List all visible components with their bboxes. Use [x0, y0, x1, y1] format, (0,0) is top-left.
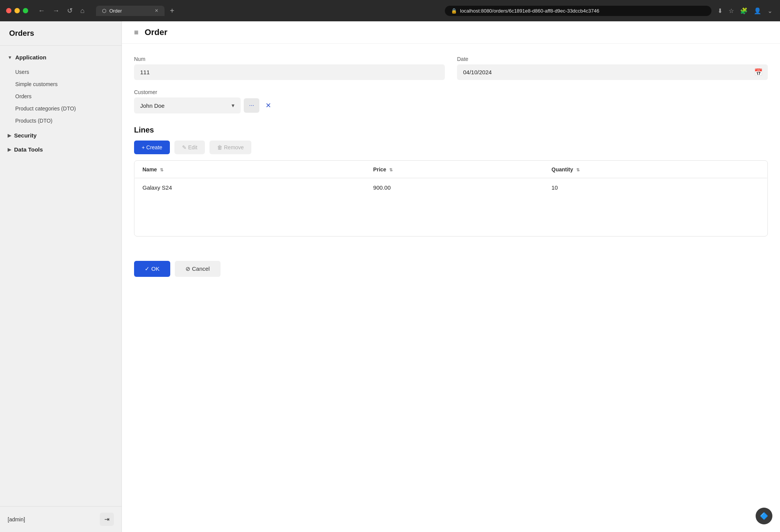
sidebar-item-products[interactable]: Products (DTO): [0, 115, 121, 127]
hamburger-button[interactable]: ≡: [134, 28, 139, 37]
application-section-items: Users Simple customers Orders Product ca…: [0, 64, 121, 128]
main-content: ≡ Order Num Date 📅: [122, 21, 780, 532]
home-button[interactable]: ⌂: [78, 5, 87, 16]
edit-button[interactable]: ✎ Edit: [174, 141, 205, 154]
download-button[interactable]: ⬇: [716, 6, 724, 16]
create-button[interactable]: + Create: [134, 141, 170, 154]
lines-section-title: Lines: [134, 126, 768, 134]
name-sort-icon: ⇅: [160, 168, 163, 172]
row-quantity: 10: [544, 178, 767, 197]
profile-button[interactable]: 👤: [752, 6, 763, 16]
sidebar-section-security[interactable]: ▶ Security: [0, 128, 121, 142]
tab-bar: ⬡ Order ✕ +: [96, 6, 436, 16]
application-chevron-icon: ▼: [8, 55, 12, 60]
ok-button[interactable]: ✓ OK: [134, 261, 170, 277]
quantity-sort-icon: ⇅: [576, 168, 580, 172]
application-section-label: Application: [15, 54, 46, 61]
col-name-header[interactable]: Name ⇅: [135, 161, 366, 178]
cancel-button[interactable]: ⊘ Cancel: [175, 261, 221, 277]
lines-toolbar: + Create ✎ Edit 🗑 Remove: [134, 141, 768, 154]
col-quantity-header[interactable]: Quantity ⇅: [544, 161, 767, 178]
form-area: Num Date 📅 Customer John: [122, 44, 780, 261]
browser-nav: ← → ↺ ⌂: [36, 5, 87, 16]
action-bar: ✓ OK ⊘ Cancel: [122, 261, 780, 289]
num-date-row: Num Date 📅: [134, 56, 768, 80]
lines-table: Name ⇅ Price ⇅ Quantity ⇅: [134, 161, 767, 197]
active-tab[interactable]: ⬡ Order ✕: [96, 6, 165, 16]
sidebar-section-data-tools[interactable]: ▶ Data Tools: [0, 142, 121, 157]
sidebar-item-product-categories[interactable]: Product categories (DTO): [0, 102, 121, 115]
page-title: Order: [145, 27, 168, 37]
back-button[interactable]: ←: [36, 5, 47, 16]
date-input-wrapper: 📅: [457, 64, 768, 80]
sidebar-item-users[interactable]: Users: [0, 66, 121, 78]
customer-clear-button[interactable]: ✕: [262, 98, 274, 113]
sidebar: Orders ▼ Application Users Simple custom…: [0, 21, 122, 532]
customer-label: Customer: [134, 89, 274, 95]
col-price-label: Price: [373, 166, 386, 173]
customer-field: Customer John Doe ▾ ··· ✕: [134, 89, 274, 113]
maximize-traffic-light[interactable]: [23, 8, 28, 13]
customer-select-wrapper: John Doe ▾ ··· ✕: [134, 97, 274, 113]
customer-value: John Doe: [140, 102, 229, 109]
vaadin-widget-button[interactable]: 🔷: [756, 508, 772, 524]
bookmark-button[interactable]: ☆: [727, 6, 735, 16]
sidebar-footer: [admin] ⇥: [0, 506, 121, 532]
minimize-traffic-light[interactable]: [14, 8, 20, 13]
forward-button[interactable]: →: [50, 5, 62, 16]
address-bar[interactable]: 🔒 localhost:8080/orders/6c1891e8-d860-af…: [445, 6, 711, 16]
customer-chevron-icon: ▾: [232, 102, 235, 109]
num-input[interactable]: [134, 64, 445, 80]
sidebar-title: Orders: [0, 21, 121, 46]
security-icon: 🔒: [451, 8, 457, 14]
tab-close-button[interactable]: ✕: [155, 8, 158, 13]
lines-table-wrapper: Name ⇅ Price ⇅ Quantity ⇅: [134, 160, 768, 236]
new-tab-button[interactable]: +: [168, 6, 177, 15]
customer-row: Customer John Doe ▾ ··· ✕: [134, 89, 768, 113]
col-price-header[interactable]: Price ⇅: [366, 161, 544, 178]
sidebar-item-orders[interactable]: Orders: [0, 90, 121, 102]
browser-menu-button[interactable]: ⌄: [766, 6, 774, 16]
table-body: Galaxy S24 900.00 10: [135, 178, 767, 197]
reload-button[interactable]: ↺: [65, 5, 75, 16]
close-traffic-light[interactable]: [6, 8, 11, 13]
customer-dropdown[interactable]: John Doe ▾: [134, 97, 241, 113]
price-sort-icon: ⇅: [389, 168, 393, 172]
extensions-button[interactable]: 🧩: [738, 6, 749, 16]
col-name-label: Name: [142, 166, 157, 173]
data-tools-chevron-icon: ▶: [8, 147, 11, 152]
num-field: Num: [134, 56, 445, 80]
date-label: Date: [457, 56, 768, 62]
sidebar-section-application[interactable]: ▼ Application: [0, 50, 121, 64]
data-tools-section-label: Data Tools: [14, 146, 43, 153]
date-input[interactable]: [457, 64, 768, 80]
table-row[interactable]: Galaxy S24 900.00 10: [135, 178, 767, 197]
main-header: ≡ Order: [122, 21, 780, 44]
browser-actions: ⬇ ☆ 🧩 👤 ⌄: [716, 6, 774, 16]
browser-chrome: ← → ↺ ⌂ ⬡ Order ✕ + 🔒 localhost:8080/ord…: [0, 0, 780, 21]
row-price: 900.00: [366, 178, 544, 197]
sidebar-username: [admin]: [8, 516, 25, 522]
security-chevron-icon: ▶: [8, 133, 11, 138]
logout-button[interactable]: ⇥: [100, 513, 114, 526]
col-quantity-label: Quantity: [551, 166, 573, 173]
sidebar-content: ▼ Application Users Simple customers Ord…: [0, 46, 121, 506]
tab-title: Order: [109, 8, 122, 14]
date-field: Date 📅: [457, 56, 768, 80]
app-container: Orders ▼ Application Users Simple custom…: [0, 21, 780, 532]
num-label: Num: [134, 56, 445, 62]
security-section-label: Security: [14, 132, 37, 139]
sidebar-item-simple-customers[interactable]: Simple customers: [0, 78, 121, 90]
row-name: Galaxy S24: [135, 178, 366, 197]
remove-button[interactable]: 🗑 Remove: [209, 141, 251, 154]
tab-favicon: ⬡: [102, 8, 106, 14]
table-header: Name ⇅ Price ⇅ Quantity ⇅: [135, 161, 767, 178]
customer-extra-button[interactable]: ···: [244, 98, 259, 113]
traffic-lights: [6, 8, 28, 13]
url-text: localhost:8080/orders/6c1891e8-d860-aff8…: [460, 8, 599, 14]
